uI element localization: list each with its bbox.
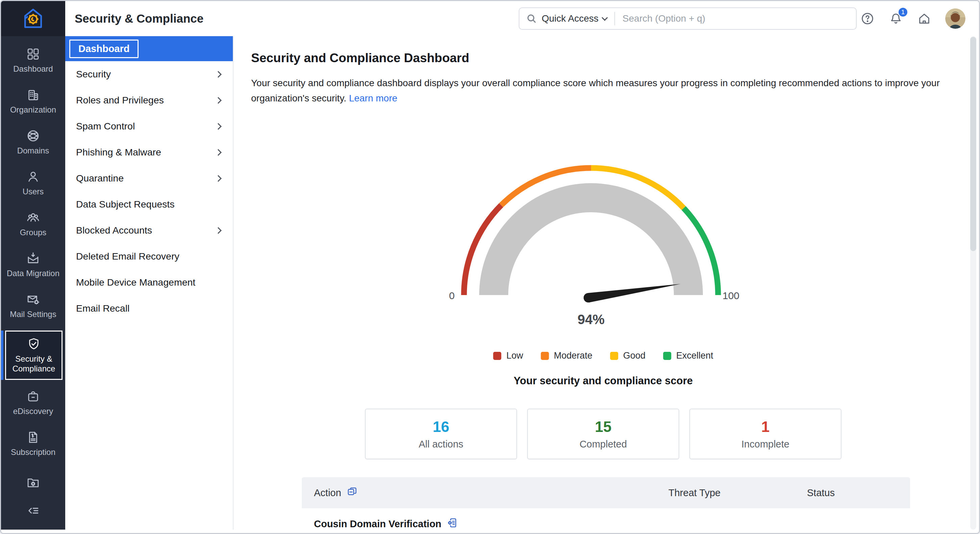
- menu-item-blocked-accounts[interactable]: Blocked Accounts: [65, 217, 233, 243]
- help-button[interactable]: [860, 11, 875, 26]
- score-caption: Your security and compliance score: [514, 375, 693, 387]
- sidebar-item-data-migration[interactable]: Data Migration: [1, 247, 65, 283]
- table-header: Action Threat Type Status: [302, 477, 910, 508]
- search-input[interactable]: [622, 13, 849, 24]
- menu-item-security[interactable]: Security: [65, 61, 233, 87]
- chevron-right-icon: [215, 175, 222, 182]
- legend-label: Moderate: [554, 351, 592, 361]
- legend-item-excellent: Excellent: [663, 351, 713, 361]
- actions-table: Action Threat Type Status: [302, 477, 910, 529]
- stat-label: All actions: [419, 439, 463, 450]
- table-header-threat-type: Threat Type: [668, 487, 807, 499]
- menu-item-email-recall[interactable]: Email Recall: [65, 295, 233, 321]
- chevron-right-icon: [215, 227, 222, 234]
- vertical-scrollbar[interactable]: [970, 36, 976, 529]
- sidebar-item-security-compliance[interactable]: Security & Compliance: [5, 330, 62, 380]
- menu-item-label: Email Recall: [76, 303, 129, 314]
- sidebar-item-organization[interactable]: Organization: [1, 83, 65, 119]
- mail-settings-icon: [26, 292, 40, 306]
- learn-more-link[interactable]: Learn more: [349, 93, 398, 104]
- home-gear-logo-icon: [20, 6, 46, 32]
- sidebar-item-mail-settings[interactable]: Mail Settings: [1, 288, 65, 324]
- archive-icon: [26, 389, 40, 403]
- menu-item-label: Deleted Email Recovery: [76, 251, 180, 262]
- stat-value: 1: [761, 418, 770, 435]
- search-divider: [614, 12, 615, 26]
- sidebar-item-ediscovery[interactable]: eDiscovery: [1, 385, 65, 421]
- table-header-status: Status: [807, 487, 910, 499]
- chevron-down-icon: [601, 14, 608, 21]
- grid-icon: [26, 47, 40, 61]
- collapse-all-button[interactable]: [347, 486, 358, 499]
- menu-item-label: Spam Control: [76, 121, 135, 132]
- gauge-value-label: 94%: [578, 312, 605, 327]
- invoice-icon: [26, 430, 40, 445]
- sidebar-item-admin-tools[interactable]: [1, 472, 65, 493]
- stat-card-completed: 15 Completed: [527, 409, 679, 459]
- menu-item-mobile-device-management[interactable]: Mobile Device Management: [65, 269, 233, 295]
- sidebar-item-label: Dashboard: [13, 64, 53, 74]
- folder-gear-icon: [26, 475, 40, 489]
- home-button[interactable]: [917, 11, 932, 26]
- home-icon: [918, 12, 931, 26]
- menu-item-spam-control[interactable]: Spam Control: [65, 113, 233, 139]
- chevron-right-icon: [215, 149, 222, 156]
- stat-label: Incomplete: [741, 439, 789, 450]
- collapse-left-icon: [26, 504, 40, 518]
- menu-item-label: Dashboard: [69, 40, 138, 58]
- stat-value: 15: [595, 418, 612, 435]
- sidebar-item-dashboard[interactable]: Dashboard: [1, 42, 65, 78]
- action-settings-button[interactable]: [447, 517, 458, 530]
- app-logo[interactable]: [1, 1, 65, 36]
- gauge-needle-pivot: [584, 293, 593, 303]
- menu-item-data-subject-requests[interactable]: Data Subject Requests: [65, 191, 233, 217]
- column-label: Threat Type: [668, 487, 721, 499]
- globe-icon: [26, 129, 40, 143]
- stat-card-all-actions: 16 All actions: [365, 409, 517, 459]
- search-bar[interactable]: Quick Access: [519, 8, 857, 30]
- collapse-all-icon: [347, 486, 358, 497]
- column-label: Action: [314, 487, 341, 499]
- compliance-score-gauge: 0 100 94%: [436, 136, 746, 333]
- table-header-action: Action: [302, 486, 668, 499]
- notifications-button[interactable]: 1: [888, 11, 903, 26]
- legend-label: Low: [506, 351, 523, 361]
- sidebar-item-label: Users: [23, 187, 44, 196]
- user-avatar[interactable]: [945, 8, 966, 29]
- sidebar-item-label: Security & Compliance: [8, 354, 60, 373]
- help-icon: [861, 12, 874, 26]
- avatar-photo: [945, 8, 966, 29]
- sidebar-item-label: Organization: [10, 105, 56, 115]
- sidebar-item-subscription[interactable]: Subscription: [1, 426, 65, 462]
- menu-item-dashboard[interactable]: Dashboard: [65, 36, 233, 61]
- shield-check-icon: [27, 337, 41, 351]
- gauge-min-label: 0: [449, 290, 455, 301]
- menu-item-quarantine[interactable]: Quarantine: [65, 165, 233, 191]
- menu-item-label: Security: [76, 69, 111, 80]
- menu-item-label: Roles and Privileges: [76, 95, 164, 106]
- scrollbar-thumb[interactable]: [970, 37, 976, 251]
- chevron-right-icon: [215, 97, 222, 104]
- sidebar-item-groups[interactable]: Groups: [1, 206, 65, 242]
- legend-label: Good: [623, 351, 646, 361]
- building-icon: [26, 88, 40, 102]
- sidebar-item-users[interactable]: Users: [1, 165, 65, 201]
- sidebar-collapse-button[interactable]: [1, 500, 65, 521]
- sidebar-item-label: Subscription: [11, 447, 56, 457]
- menu-item-deleted-email-recovery[interactable]: Deleted Email Recovery: [65, 243, 233, 269]
- menu-item-phishing-malware[interactable]: Phishing & Malware: [65, 139, 233, 165]
- menu-item-roles-privileges[interactable]: Roles and Privileges: [65, 87, 233, 113]
- quick-access-dropdown[interactable]: Quick Access: [542, 13, 607, 24]
- stat-cards: 16 All actions 15 Completed 1 Incomplete: [365, 409, 842, 459]
- stat-label: Completed: [579, 439, 627, 450]
- sidebar-item-domains[interactable]: Domains: [1, 124, 65, 160]
- menu-item-label: Mobile Device Management: [76, 277, 195, 288]
- table-row[interactable]: Cousin Domain Verification: [302, 508, 910, 529]
- legend-swatch-excellent: [663, 352, 671, 360]
- topbar-actions: 1: [860, 1, 966, 36]
- main-content: Security and Compliance Dashboard Your s…: [234, 36, 979, 529]
- sidebar-item-label: Domains: [17, 146, 49, 155]
- sidebar-item-label: Data Migration: [7, 268, 59, 278]
- app-title: Security & Compliance: [75, 12, 204, 26]
- legend-swatch-good: [610, 352, 618, 360]
